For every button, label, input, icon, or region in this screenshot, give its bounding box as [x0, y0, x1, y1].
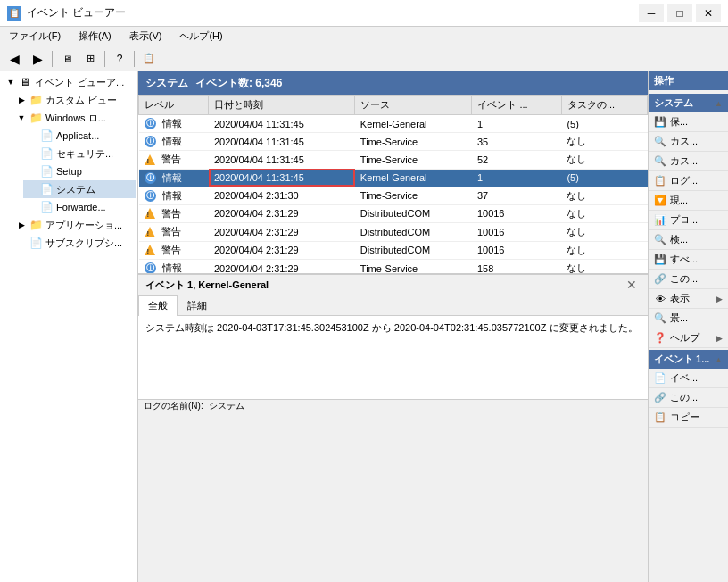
- expand-icon-windows[interactable]: ▼: [16, 112, 27, 123]
- close-button[interactable]: ✕: [696, 4, 721, 22]
- expand-icon-root[interactable]: ▼: [5, 77, 16, 87]
- table-row[interactable]: ⓘ情報2020/04/04 11:31:45Kernel-General1(5): [139, 169, 648, 187]
- cell-level: !警告: [139, 241, 209, 260]
- right-action-all-label: すべ...: [670, 253, 698, 266]
- table-row[interactable]: !警告2020/04/04 2:31:29DistributedCOM10016…: [139, 241, 648, 260]
- right-action-search[interactable]: 🔍 検...: [649, 230, 728, 250]
- sidebar-label-root: イベント ビューア...: [35, 76, 124, 89]
- main-layout: ▼ 🖥 イベント ビューア... ▶ 📁 カスタム ビュー ▼ 📁 Window…: [0, 71, 728, 582]
- sidebar-item-setup[interactable]: ▶ 📄 Setup: [23, 162, 136, 180]
- title-bar-left: 📋 イベント ビューアー: [7, 5, 126, 21]
- expand-icon-custom[interactable]: ▶: [16, 95, 27, 105]
- sidebar-item-root[interactable]: ▼ 🖥 イベント ビューア...: [2, 73, 136, 91]
- right-action-pro[interactable]: 📊 プロ...: [649, 211, 728, 230]
- detail-tab-general[interactable]: 全般: [138, 295, 178, 316]
- back-button[interactable]: ◀: [4, 49, 25, 69]
- sidebar-label-system: システム: [56, 183, 95, 196]
- sidebar-item-forwarded[interactable]: ▶ 📄 Forwarde...: [23, 198, 136, 216]
- cell-datetime: 2020/04/04 2:31:29: [209, 260, 355, 274]
- scenery-icon: 🔍: [654, 312, 666, 325]
- right-action-current[interactable]: 🔽 現...: [649, 191, 728, 211]
- cell-level: ⓘ情報: [139, 169, 209, 187]
- event2-icon: 🔗: [654, 392, 666, 404]
- table-row[interactable]: !警告2020/04/04 11:31:45Time-Service52なし: [139, 151, 648, 170]
- table-row[interactable]: ⓘ情報2020/04/04 11:31:45Time-Service35なし: [139, 133, 648, 151]
- table-row[interactable]: !警告2020/04/04 2:31:29DistributedCOM10016…: [139, 204, 648, 223]
- detail-tab-detail[interactable]: 詳細: [178, 295, 217, 315]
- sidebar-label-application: Applicat...: [56, 130, 99, 141]
- right-action-custom2[interactable]: 🔍 カス...: [649, 152, 728, 171]
- menu-help[interactable]: ヘルプ(H): [174, 28, 228, 45]
- sidebar-item-windows[interactable]: ▼ 📁 Windows ロ...: [12, 109, 136, 127]
- right-action-copy[interactable]: 📋 コピー: [649, 408, 728, 428]
- right-action-view[interactable]: 👁 表示 ▶: [649, 289, 728, 309]
- help-arrow: ▶: [716, 334, 723, 343]
- cell-task: なし: [561, 260, 647, 274]
- col-task[interactable]: タスクの...: [561, 96, 647, 115]
- table-row[interactable]: ⓘ情報2020/04/04 2:31:29Time-Service158なし: [139, 260, 648, 274]
- log-icon: 📋: [654, 175, 666, 187]
- forward-button[interactable]: ▶: [27, 49, 48, 69]
- cell-source: Time-Service: [355, 260, 472, 274]
- detail-bottom-value: システム: [209, 400, 244, 412]
- col-eventid[interactable]: イベント ...: [472, 96, 562, 115]
- right-action-help-label: ヘルプ: [670, 331, 699, 345]
- table-row[interactable]: ⓘ情報2020/04/04 2:31:30Time-Service37なし: [139, 187, 648, 204]
- right-action-help[interactable]: ❓ ヘルプ ▶: [649, 328, 728, 348]
- sidebar-item-appservices[interactable]: ▶ 📁 アプリケーショ...: [12, 216, 136, 234]
- view-button[interactable]: 🖥: [56, 49, 78, 69]
- maximize-button[interactable]: □: [667, 4, 692, 22]
- detail-close-button[interactable]: ✕: [623, 278, 641, 292]
- cell-datetime: 2020/04/04 11:31:45: [209, 115, 355, 133]
- menu-view[interactable]: 表示(V): [124, 28, 168, 45]
- sidebar-item-subscriptions[interactable]: ▶ 📄 サブスクリプシ...: [12, 234, 136, 252]
- cell-source: Time-Service: [355, 151, 472, 170]
- table-row[interactable]: ⓘ情報2020/04/04 11:31:45Kernel-General1(5): [139, 115, 648, 133]
- sidebar-label-windows: Windows ロ...: [46, 112, 106, 125]
- right-action-log[interactable]: 📋 ログ...: [649, 171, 728, 191]
- sidebar-label-custom: カスタム ビュー: [46, 94, 117, 107]
- sidebar-label-forwarded: Forwarde...: [56, 202, 106, 212]
- right-section-system-arrow: ▲: [715, 99, 723, 108]
- right-action-event1-label: イベ...: [670, 371, 698, 385]
- sidebar-item-application[interactable]: ▶ 📄 Applicat...: [23, 127, 136, 145]
- col-datetime[interactable]: 日付と時刻: [209, 96, 355, 115]
- sidebar-label-security: セキュリテ...: [56, 147, 113, 161]
- right-action-event2[interactable]: 🔗 この...: [649, 388, 728, 408]
- right-action-event1[interactable]: 📄 イベ...: [649, 369, 728, 388]
- cell-level: ⓘ情報: [139, 260, 209, 274]
- right-action-pro-label: プロ...: [670, 213, 698, 227]
- event-header-title: システム: [145, 76, 188, 91]
- cell-task: (5): [561, 169, 647, 187]
- expand-icon-appsvc[interactable]: ▶: [16, 220, 27, 230]
- detail-scrollbar[interactable]: ログの名前(N): システム: [138, 399, 648, 412]
- properties-button[interactable]: 📋: [138, 49, 160, 69]
- customview-icon: 📁: [29, 93, 43, 107]
- right-action-save[interactable]: 💾 保...: [649, 112, 728, 132]
- sidebar-item-security[interactable]: ▶ 📄 セキュリテ...: [23, 145, 136, 162]
- cell-eventid: 10016: [472, 204, 562, 223]
- col-source[interactable]: ソース: [355, 96, 472, 115]
- help-button[interactable]: ?: [109, 49, 130, 69]
- cell-source: Time-Service: [355, 133, 472, 151]
- table-row[interactable]: !警告2020/04/04 2:31:29DistributedCOM10016…: [139, 223, 648, 242]
- custom2-icon: 🔍: [654, 155, 666, 168]
- window-controls: ─ □ ✕: [639, 4, 721, 22]
- event-header-count: イベント数: 6,346: [195, 76, 282, 91]
- right-action-this[interactable]: 🔗 この...: [649, 270, 728, 289]
- right-action-all[interactable]: 💾 すべ...: [649, 250, 728, 270]
- minimize-button[interactable]: ─: [639, 4, 664, 22]
- pro-icon: 📊: [654, 214, 666, 227]
- menu-file[interactable]: ファイル(F): [4, 28, 66, 45]
- grid-button[interactable]: ⊞: [79, 49, 101, 69]
- right-action-scenery[interactable]: 🔍 景...: [649, 309, 728, 328]
- right-action-search-label: 検...: [670, 233, 688, 246]
- col-level[interactable]: レベル: [139, 96, 209, 115]
- this-icon: 🔗: [654, 273, 666, 286]
- sidebar-item-customview[interactable]: ▶ 📁 カスタム ビュー: [12, 91, 136, 109]
- menu-action[interactable]: 操作(A): [73, 28, 117, 45]
- right-action-scenery-label: 景...: [670, 312, 688, 325]
- sidebar-item-system[interactable]: ▶ 📄 システム: [23, 180, 136, 198]
- right-action-custom1[interactable]: 🔍 カス...: [649, 132, 728, 152]
- menu-bar: ファイル(F) 操作(A) 表示(V) ヘルプ(H): [0, 27, 728, 46]
